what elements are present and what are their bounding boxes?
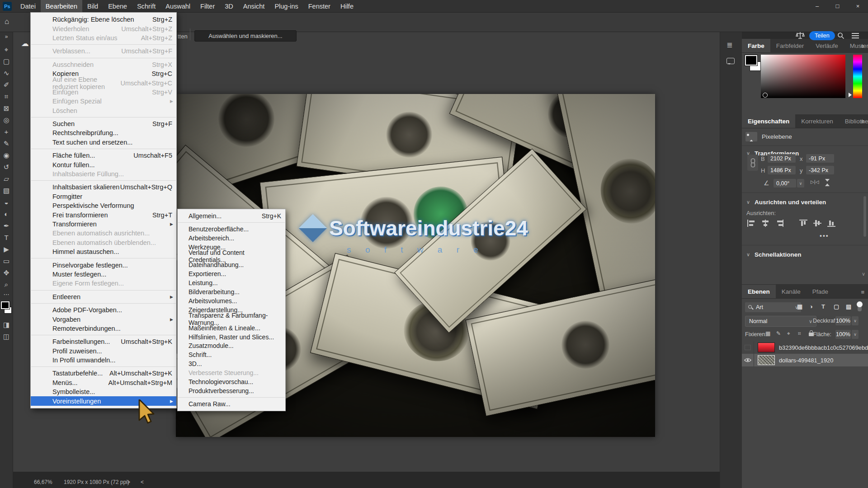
comments-panel-icon[interactable] <box>726 58 735 64</box>
path-selection-tool[interactable]: ▶ <box>1 243 12 255</box>
menu-item-verblassen[interactable]: Verblassen...Umschalt+Strg+F <box>31 47 176 56</box>
type-tool[interactable]: T <box>1 231 12 243</box>
menu-item-men-s[interactable]: Menüs...Alt+Umschalt+Strg+M <box>31 378 176 387</box>
menu-item-inhaltsbasierte-f-llung[interactable]: Inhaltsbasierte Füllung... <box>31 169 176 178</box>
rotation-angle-field[interactable]: 0,00° <box>774 179 796 188</box>
filter-shape-layers-icon[interactable]: ▢ <box>834 303 839 310</box>
layer-row[interactable]: dollars-499481_1920 <box>742 354 868 366</box>
menu-item-symbolleiste[interactable]: Symbolleiste... <box>31 387 176 396</box>
menu-item-bildverarbeitung[interactable]: Bildverarbeitung... <box>178 287 285 296</box>
align-right-icon[interactable] <box>775 220 783 227</box>
flip-vertical-icon[interactable] <box>824 179 830 186</box>
menu-item-farbeinstellungen[interactable]: Farbeinstellungen...Umschalt+Strg+K <box>31 337 176 346</box>
flip-horizontal-icon[interactable]: ▷∣◁ <box>811 179 818 184</box>
menu-item-profil-zuweisen[interactable]: Profil zuweisen... <box>31 347 176 356</box>
quick-actions-section-header[interactable]: ∨ Schnellaktionen <box>746 251 802 258</box>
hue-slider-marker[interactable] <box>849 93 854 97</box>
menu-item-vorgaben[interactable]: Vorgaben▶ <box>31 314 176 324</box>
menu-item-text-suchen-und-ersetzen[interactable]: Text suchen und ersetzen... <box>31 138 176 147</box>
menu-item-ebenen-automatisch-berblenden[interactable]: Ebenen automatisch überblenden... <box>31 238 176 247</box>
menubar-item-plug-ins[interactable]: Plug-ins <box>269 0 303 12</box>
menu-item-transparenz-farbumfang-warnung[interactable]: Transparenz & Farbumfang-Warnung... <box>178 314 285 324</box>
menu-item-allgemein[interactable]: Allgemein...Strg+K <box>178 211 285 221</box>
align-bottom-icon[interactable] <box>827 220 835 227</box>
tab-pfade[interactable]: Pfade <box>807 285 834 298</box>
scroll-down-icon[interactable]: ∨ <box>862 271 865 277</box>
menu-item-benutzeroberfl-che[interactable]: Benutzeroberfläche... <box>178 225 285 234</box>
layer-thumbnail[interactable] <box>758 355 775 365</box>
color-field-marker[interactable] <box>763 93 768 98</box>
history-panel-icon[interactable]: ≣ <box>726 41 732 49</box>
menu-item-muster-festlegen[interactable]: Muster festlegen... <box>31 270 176 279</box>
blend-mode-dropdown[interactable]: Normal ∨ <box>745 316 816 327</box>
width-field[interactable]: 2102 Px <box>768 154 796 163</box>
gradient-tool[interactable]: ▧ <box>1 184 12 196</box>
menu-item-fl-che-f-llen[interactable]: Fläche füllen...Umschalt+F5 <box>31 151 176 160</box>
tab-farbe[interactable]: Farbe <box>742 39 770 52</box>
align-horizontal-center-icon[interactable] <box>761 220 769 227</box>
menubar-item-filter[interactable]: Filter <box>195 0 220 12</box>
hand-tool[interactable]: ✥ <box>1 267 12 278</box>
filter-adjustment-layers-icon[interactable]: ◑ <box>809 303 813 310</box>
filter-type-layers-icon[interactable]: T <box>821 303 825 310</box>
menubar-item-fenster[interactable]: Fenster <box>303 0 335 12</box>
menu-item-arbeitsbereich[interactable]: Arbeitsbereich... <box>178 234 285 243</box>
menu-item-exportieren[interactable]: Exportieren... <box>178 269 285 278</box>
menu-item-in-profil-umwandeln[interactable]: In Profil umwandeln... <box>31 356 176 365</box>
align-top-icon[interactable] <box>799 220 807 227</box>
menu-item-3d[interactable]: 3D... <box>178 359 285 368</box>
eraser-tool[interactable]: ▱ <box>1 173 12 184</box>
menu-item-ausschneiden[interactable]: AusschneidenStrg+X <box>31 60 176 69</box>
status-arrow-icon[interactable]: < <box>141 479 144 485</box>
menu-item-kontur-f-llen[interactable]: Kontur füllen... <box>31 160 176 169</box>
screen-mode-icon[interactable]: ◫ <box>1 330 12 342</box>
menu-item-hilfslinien-raster-und-slices[interactable]: Hilfslinien, Raster und Slices... <box>178 333 285 342</box>
maximize-button[interactable]: □ <box>827 0 848 12</box>
layer-row[interactable]: b32390de6bbbacb1c0c527069ebdd334 <box>742 341 868 354</box>
menu-item-wiederholen[interactable]: WiederholenUmschalt+Strg+Z <box>31 24 176 33</box>
select-and-mask-button[interactable]: Auswählen und maskieren... <box>194 30 297 42</box>
angle-dropdown-chevron-icon[interactable]: ∨ <box>797 179 804 188</box>
menu-item-zusatzmodule[interactable]: Zusatzmodule... <box>178 341 285 350</box>
opacity-chevron-icon[interactable]: ∨ <box>852 316 859 325</box>
menu-item-auf-eine-ebene-reduziert-kopieren[interactable]: Auf eine Ebene reduziert kopierenUmschal… <box>31 78 176 87</box>
menu-item-verbesserte-steuerung[interactable]: Verbesserte Steuerung... <box>178 368 285 377</box>
layers-panel-menu-icon[interactable]: ≡ <box>861 289 864 296</box>
height-field[interactable]: 1486 Px <box>768 166 796 174</box>
menubar-item-auswahl[interactable]: Auswahl <box>160 0 195 12</box>
menu-item-camera-raw[interactable]: Camera Raw... <box>178 399 285 408</box>
menu-item-dateihandhabung[interactable]: Dateihandhabung... <box>178 260 285 269</box>
menu-item-r-ckg-ngig-ebene-l-schen[interactable]: Rückgängig: Ebene löschenStrg+Z <box>31 15 176 24</box>
visibility-toggle[interactable] <box>742 354 754 366</box>
eyedropper-tool[interactable]: ◎ <box>1 114 12 126</box>
lock-image-icon[interactable]: ✎ <box>776 330 781 337</box>
menu-item-inhaltsbasiert-skalieren[interactable]: Inhaltsbasiert skalierenUmschalt+Strg+Q <box>31 183 176 192</box>
tab-korrekturen[interactable]: Korrekturen <box>795 114 839 128</box>
toolbar-expand-icon[interactable]: » <box>5 33 8 40</box>
menu-item-tastaturbefehle[interactable]: Tastaturbefehle...Alt+Umschalt+Strg+K <box>31 369 176 378</box>
color-panel-menu-icon[interactable]: ≡ <box>861 43 864 50</box>
quick-selection-tool[interactable]: ✐ <box>1 79 12 90</box>
align-vertical-center-icon[interactable] <box>813 220 821 227</box>
menu-item-ma-einheiten-lineale[interactable]: Maßeinheiten & Lineale... <box>178 324 285 333</box>
foreground-color-swatch[interactable] <box>745 55 757 66</box>
menu-item-remoteverbindungen[interactable]: Remoteverbindungen... <box>31 324 176 333</box>
crop-tool[interactable]: ⌗ <box>1 90 12 102</box>
fill-field[interactable]: 100% <box>835 330 851 339</box>
menu-item-rechtschreibpr-fung[interactable]: Rechtschreibprüfung... <box>31 128 176 137</box>
tab-ebenen[interactable]: Ebenen <box>742 285 776 298</box>
properties-panel-menu-icon[interactable]: ≡ <box>861 118 864 125</box>
menu-item-transformieren[interactable]: Transformieren▶ <box>31 220 176 229</box>
tab-kan-le[interactable]: Kanäle <box>776 285 807 298</box>
menubar-item-ansicht[interactable]: Ansicht <box>238 0 270 12</box>
menu-item-pinselvorgabe-festlegen[interactable]: Pinselvorgabe festlegen... <box>31 260 176 269</box>
quick-mask-icon[interactable]: ◨ <box>1 319 12 330</box>
visibility-toggle[interactable] <box>742 341 754 354</box>
search-icon[interactable] <box>837 32 844 39</box>
frame-tool[interactable]: ⊠ <box>1 102 12 114</box>
pen-tool[interactable]: ✒ <box>1 220 12 231</box>
menu-item-verlauf-und-content-credentials[interactable]: Verlauf und Content Credentials... <box>178 252 285 261</box>
lock-position-icon[interactable]: ⌖ <box>787 330 790 337</box>
menu-item-eigene-form-festlegen[interactable]: Eigene Form festlegen... <box>31 279 176 288</box>
zoom-level[interactable]: 66,67% <box>34 479 52 485</box>
